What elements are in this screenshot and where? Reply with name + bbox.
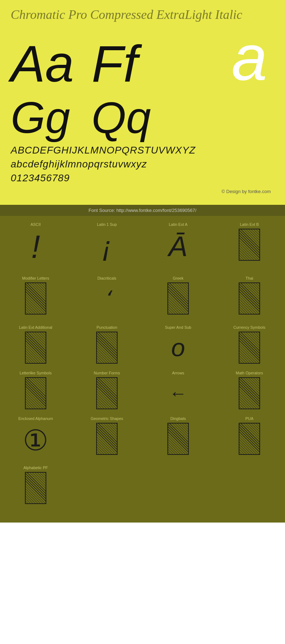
grid-cell-mathops: Math Operators	[214, 368, 285, 414]
latinexta-label: Latin Ext A	[169, 222, 188, 227]
grid-row-3: Latin Ext Additional Punctuation Super A…	[0, 322, 285, 368]
grid-cell-geoshapes: Geometric Shapes	[71, 414, 142, 463]
alphabet-lower: abcdefghijklmnopqrstuvwxyz	[11, 157, 274, 171]
diacriticals-label: Diacriticals	[97, 276, 116, 280]
arrows-glyph: ←	[169, 377, 187, 409]
greek-hatched	[167, 282, 189, 315]
latin1sup-label: Latin 1 Sup	[97, 222, 117, 227]
alphabeticpf-hatched	[25, 472, 46, 504]
pua-hatched	[239, 423, 260, 455]
ascii-glyph: !	[31, 229, 40, 269]
latinextadd-hatched	[25, 332, 46, 364]
grid-cell-empty-2	[142, 463, 214, 508]
arrows-label: Arrows	[172, 371, 184, 375]
glyph-grid: ASCII ! Latin 1 Sup ¡ Latin Ext A Ā Lati…	[0, 216, 285, 523]
grid-row-1: ASCII ! Latin 1 Sup ¡ Latin Ext A Ā Lati…	[0, 219, 285, 273]
grid-row-6: Alphabetic PF	[0, 463, 285, 508]
diacriticals-glyph: ʻ	[104, 282, 110, 318]
grid-cell-alphabeticpf: Alphabetic PF	[0, 463, 71, 508]
grid-row-5: Enclosed Alphanum ① Geometric Shapes Din…	[0, 414, 285, 463]
digits: 0123456789	[11, 171, 274, 185]
grid-cell-currency: Currency Symbols	[214, 322, 285, 368]
font-title: Chromatic Pro Compressed ExtraLight Ital…	[11, 7, 274, 22]
punctuation-hatched	[96, 332, 118, 364]
currency-label: Currency Symbols	[233, 325, 265, 329]
dingbats-hatched	[167, 423, 189, 455]
grid-cell-diacriticals: Diacriticals ʻ	[71, 273, 142, 322]
grid-cell-pua: PUA	[214, 414, 285, 463]
grid-cell-enclosedal: Enclosed Alphanum ①	[0, 414, 71, 463]
grid-cell-thai: Thai	[214, 273, 285, 322]
latin1sup-glyph: ¡	[102, 229, 112, 264]
alphabet-section: ABCDEFGHIJKLMNOPQRSTUVWXYZ abcdefghijklm…	[11, 140, 274, 185]
grid-cell-empty-3	[214, 463, 285, 508]
greek-label: Greek	[173, 276, 183, 280]
latinextb-hatched	[239, 229, 260, 261]
numberforms-label: Number Forms	[94, 371, 120, 375]
latinexta-glyph: Ā	[169, 229, 187, 264]
currency-hatched	[239, 332, 260, 364]
grid-cell-superandsub: Super And Sub o	[142, 322, 214, 368]
grid-cell-modifier: Modifier Letters	[0, 273, 71, 322]
mathops-hatched	[239, 377, 260, 409]
modifier-hatched	[25, 282, 46, 315]
punctuation-label: Punctuation	[97, 325, 117, 329]
alphabet-upper: ABCDEFGHIJKLMNOPQRSTUVWXYZ	[11, 143, 274, 157]
grid-cell-latinexta: Latin Ext A Ā	[142, 219, 214, 273]
grid-cell-punctuation: Punctuation	[71, 322, 142, 368]
geoshapes-hatched	[96, 423, 118, 455]
glyph-qq: Qq	[92, 95, 151, 140]
letterlike-label: Letterlike Symbols	[20, 371, 52, 375]
ascii-label: ASCII	[31, 222, 41, 227]
glyph-aa: Aa	[11, 38, 74, 90]
grid-cell-latinextadd: Latin Ext Additional	[0, 322, 71, 368]
grid-cell-arrows: Arrows ←	[142, 368, 214, 414]
grid-cell-empty-1	[71, 463, 142, 508]
grid-row-4: Letterlike Symbols Number Forms Arrows ←…	[0, 368, 285, 414]
numberforms-hatched	[96, 377, 118, 409]
grid-cell-latinextb: Latin Ext B	[214, 219, 285, 273]
latinextadd-label: Latin Ext Additional	[19, 325, 52, 329]
superandsub-label: Super And Sub	[165, 325, 191, 329]
thai-label: Thai	[245, 276, 253, 280]
copyright: © Design by fontke.com	[11, 189, 274, 194]
grid-cell-numberforms: Number Forms	[71, 368, 142, 414]
grid-row-2: Modifier Letters Diacriticals ʻ Greek Th…	[0, 273, 285, 322]
alphabeticpf-label: Alphabetic PF	[24, 466, 48, 470]
grid-cell-ascii: ASCII !	[0, 219, 71, 273]
enclosedal-glyph: ①	[23, 423, 48, 458]
glyph-a-white: a	[232, 26, 267, 90]
letterlike-hatched	[25, 377, 46, 409]
modifier-label: Modifier Letters	[22, 276, 49, 280]
grid-cell-greek: Greek	[142, 273, 214, 322]
source-bar: Font Source: http://www.fontke.com/font/…	[0, 205, 285, 216]
geoshapes-label: Geometric Shapes	[90, 416, 123, 421]
pua-label: PUA	[245, 416, 254, 421]
glyph-ff: Ff	[92, 38, 138, 90]
grid-cell-latin1sup: Latin 1 Sup ¡	[71, 219, 142, 273]
grid-cell-letterlike: Letterlike Symbols	[0, 368, 71, 414]
font-showcase-section: Chromatic Pro Compressed ExtraLight Ital…	[0, 0, 285, 205]
dingbats-label: Dingbats	[170, 416, 186, 421]
thai-hatched	[239, 282, 260, 315]
superandsub-glyph: o	[171, 332, 185, 364]
mathops-label: Math Operators	[236, 371, 263, 375]
latinextb-label: Latin Ext B	[240, 222, 259, 227]
enclosedal-label: Enclosed Alphanum	[18, 416, 53, 421]
glyph-gg: Gg	[11, 95, 70, 140]
grid-cell-dingbats: Dingbats	[142, 414, 214, 463]
